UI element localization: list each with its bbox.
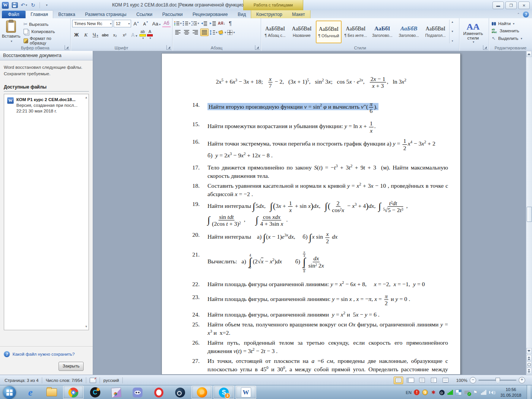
web-layout-view-button[interactable] [417, 377, 427, 384]
tab-view[interactable]: Вид [233, 11, 251, 18]
tray-alert-icon[interactable]: ! [414, 390, 420, 395]
tray-usb-eject-icon[interactable] [464, 391, 470, 394]
show-desktop-button[interactable] [527, 385, 530, 399]
find-button[interactable]: Найти [491, 21, 530, 26]
tray-app-grid-icon[interactable] [456, 390, 462, 395]
tab-references[interactable]: Ссылки [131, 11, 157, 18]
tray-network-activity-icon[interactable] [447, 390, 453, 395]
decrease-indent-button[interactable] [200, 20, 208, 27]
start-button[interactable] [3, 386, 16, 399]
style-card[interactable]: АаБбВвІПодзагол... [423, 21, 448, 43]
strikethrough-button[interactable]: abc [101, 32, 110, 38]
font-size-combo[interactable]: 12▾ [114, 20, 131, 27]
fullscreen-reading-view-button[interactable] [405, 377, 415, 384]
bold-button[interactable]: Ж [72, 32, 81, 38]
tab-file[interactable]: Файл [2, 11, 25, 18]
subscript-button[interactable]: х₂ [111, 32, 119, 38]
numbering-button[interactable] [183, 20, 190, 27]
zoom-out-button[interactable]: − [470, 377, 476, 383]
page-indicator[interactable]: Страница: 3 из 4 [0, 378, 38, 383]
internet-explorer-icon[interactable]: e [21, 386, 40, 399]
firefox-icon[interactable] [192, 386, 212, 399]
zoom-level[interactable]: 100% [456, 378, 467, 383]
align-left-button[interactable] [174, 29, 182, 36]
line-spacing-button[interactable] [210, 29, 217, 36]
grow-font-button[interactable]: А [132, 21, 141, 27]
undo-button[interactable]: ↶ [20, 2, 28, 9]
minimize-ribbon-icon[interactable]: ⌃ [517, 13, 520, 16]
justify-button[interactable] [200, 28, 209, 36]
style-card[interactable]: АаБбВвІ¶ Абзац с... [263, 21, 288, 43]
image-viewer-icon[interactable] [106, 386, 126, 399]
tab-layout[interactable]: Макет [287, 11, 310, 18]
word-count[interactable]: Число слов: 7/954 [46, 378, 82, 383]
game-center-icon[interactable]: C [85, 386, 105, 399]
styles-dialog-launcher[interactable] [483, 45, 488, 50]
bullets-button[interactable] [174, 20, 182, 27]
clipboard-dialog-launcher[interactable] [65, 45, 69, 50]
format-painter-button[interactable]: Формат по образцу [22, 36, 69, 46]
tray-signal-icon[interactable] [481, 390, 486, 395]
next-page-button[interactable] [526, 368, 532, 374]
close-button[interactable]: ✕ [518, 2, 530, 9]
tray-action-center-flag-icon[interactable]: ⚑ [472, 390, 478, 396]
steam-icon[interactable] [170, 386, 190, 399]
tab-home[interactable]: Главная [25, 10, 54, 18]
list-scroll-up-icon[interactable]: ▲ [85, 96, 88, 99]
scroll-up-button[interactable] [526, 51, 532, 57]
recovered-file-item[interactable]: W КОМ Р1 курс 2 СЕМ.doc18... Версия, соз… [7, 97, 82, 114]
font-family-combo[interactable]: Times New Rc▾ [72, 20, 112, 27]
input-language-indicator[interactable]: EN [406, 390, 412, 395]
restore-button[interactable]: ❐ [505, 2, 517, 9]
style-card[interactable]: АаБбІЗаголово... [370, 21, 395, 43]
tab-insert[interactable]: Вставка [53, 11, 80, 18]
word-app-icon[interactable]: W [2, 2, 9, 9]
print-layout-view-button[interactable] [394, 377, 403, 384]
minimize-button[interactable]: ▬ [492, 2, 504, 9]
skype-icon[interactable]: S3 [214, 386, 234, 399]
tab-page-layout[interactable]: Разметка страницы [80, 11, 131, 18]
underline-button[interactable]: Ч [91, 32, 100, 38]
language-indicator[interactable]: русский [103, 378, 119, 383]
help-icon[interactable]: ? [523, 11, 529, 17]
vertical-scrollbar[interactable] [526, 51, 532, 375]
style-card[interactable]: АаБбВЗаголово... [396, 21, 421, 43]
cut-button[interactable]: ✂Вырезать [22, 21, 69, 27]
redo-button[interactable]: ↻ [29, 2, 37, 9]
document-page[interactable]: 2x5 + 6x3 − 3x + 18; x7 − 2, (3x + 1)5, … [162, 53, 461, 375]
align-center-button[interactable] [183, 29, 190, 36]
select-button[interactable]: ↖Выделить [491, 35, 530, 41]
customize-qat-button[interactable] [43, 2, 50, 9]
taskbar-clock[interactable]: 10:56 31.05.2018 [497, 387, 524, 398]
styles-gallery-scroll[interactable]: ▲▼▾ [449, 20, 455, 43]
show-paragraph-marks-button[interactable]: ¶ [226, 20, 234, 27]
style-card-selected[interactable]: АаБбВвІ¶ Обычный [316, 21, 342, 43]
tray-volume-icon[interactable]: )) [489, 390, 495, 396]
style-card[interactable]: АаБбВвІ¶ Без инте... [343, 21, 368, 43]
zoom-slider-thumb[interactable] [496, 378, 500, 383]
clear-formatting-button[interactable]: Аб [162, 20, 171, 27]
borders-button[interactable] [227, 29, 235, 36]
discord-icon[interactable] [128, 386, 147, 399]
italic-button[interactable]: К [82, 32, 90, 38]
align-right-button[interactable] [192, 29, 199, 36]
change-case-button[interactable]: Аа [151, 21, 161, 27]
highlight-color-button[interactable]: ab [139, 30, 146, 40]
scroll-down-button[interactable] [526, 348, 532, 354]
multilevel-list-button[interactable] [192, 20, 199, 27]
copy-button[interactable]: Копировать [22, 28, 69, 35]
tray-app-icon[interactable]: ✱ [431, 390, 437, 396]
tab-review[interactable]: Рецензирование [188, 11, 233, 18]
paste-button[interactable]: Вставить [2, 20, 21, 46]
close-pane-button[interactable]: Закрыть [59, 362, 84, 371]
tab-mailings[interactable]: Рассылки [157, 11, 188, 18]
previous-page-button[interactable] [526, 355, 532, 361]
sort-button[interactable]: АЯ [218, 20, 225, 27]
increase-indent-button[interactable] [209, 20, 217, 27]
zoom-slider[interactable] [478, 380, 516, 381]
style-card[interactable]: АаБбВвІНазвание [289, 21, 314, 43]
list-scroll-down-icon[interactable]: ▼ [85, 325, 88, 328]
font-color-button[interactable]: А [147, 30, 153, 40]
replace-button[interactable]: ab⇄acЗаменить [491, 28, 530, 34]
chrome-icon[interactable] [63, 386, 84, 399]
